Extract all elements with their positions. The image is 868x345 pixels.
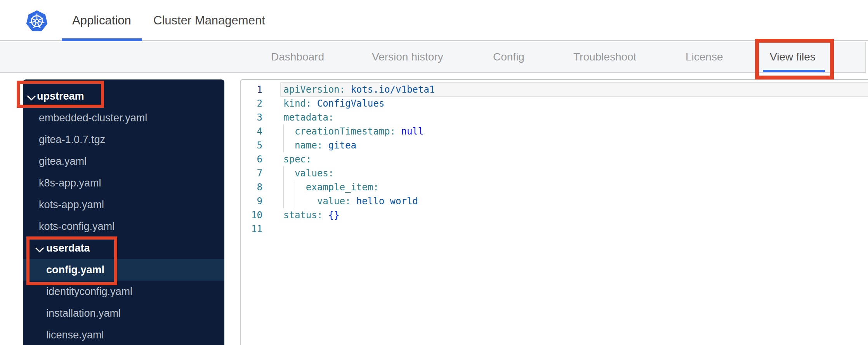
code-token: example_item:: [306, 182, 379, 193]
tab-troubleshoot[interactable]: Troubleshoot: [573, 42, 636, 72]
code-token: [396, 126, 401, 137]
tree-folder-upstream-label: upstream: [37, 90, 84, 102]
tab-config[interactable]: Config: [493, 42, 524, 72]
tree-folder-upstream[interactable]: upstream: [23, 85, 224, 107]
tree-file-label: gitea-1.0.7.tgz: [39, 134, 105, 146]
code-line-2: 2kind: ConfigValues: [241, 97, 868, 110]
line-number: 5: [241, 138, 262, 152]
code-line-9: 9 value: hello world: [241, 194, 868, 208]
code-text: apiVersion: kots.io/v1beta1: [262, 84, 435, 95]
tab-version-history[interactable]: Version history: [372, 42, 443, 72]
line-number: 1: [241, 83, 262, 97]
nav-tab-cluster-management-label: Cluster Management: [153, 14, 265, 28]
tab-dashboard-label: Dashboard: [271, 51, 324, 63]
line-number: 4: [241, 124, 262, 138]
tree-file-label: gitea.yaml: [39, 155, 87, 167]
code-text: status: {}: [262, 210, 340, 221]
tab-version-history-label: Version history: [372, 51, 443, 63]
tree-file-kots-config-yaml[interactable]: kots-config.yaml: [23, 216, 224, 237]
code-token: values:: [295, 168, 334, 179]
code-token: apiVersion:: [283, 84, 345, 95]
code-text: creationTimestamp: null: [262, 126, 424, 137]
nav-tab-application-label: Application: [72, 14, 131, 28]
tab-config-label: Config: [493, 51, 524, 63]
tree-file-label: kots-config.yaml: [39, 221, 115, 233]
tree-folder-userdata[interactable]: userdata: [23, 237, 224, 259]
tab-license-label: License: [686, 51, 723, 63]
code-line-10: 10status: {}: [241, 208, 868, 222]
kubernetes-logo-icon: [26, 10, 48, 32]
tree-file-config-yaml[interactable]: config.yaml: [23, 259, 224, 281]
code-token: [283, 182, 306, 193]
tab-license[interactable]: License: [686, 42, 723, 72]
tree-file-gitea-yaml[interactable]: gitea.yaml: [23, 150, 224, 172]
code-line-7: 7 values:: [241, 166, 868, 180]
code-token: hello world: [356, 196, 418, 207]
code-token: {}: [328, 210, 340, 221]
file-tree-sidebar: upstream embedded-cluster.yaml gitea-1.0…: [23, 79, 224, 345]
line-number: 8: [241, 180, 262, 194]
nav-tab-application[interactable]: Application: [72, 0, 131, 41]
tree-file-license-yaml[interactable]: license.yaml: [23, 324, 224, 345]
tree-file-label: kots-app.yaml: [39, 199, 104, 211]
code-line-11: 11: [241, 222, 868, 236]
code-text: example_item:: [262, 182, 379, 193]
code-token: [283, 196, 317, 207]
view-files-active-underline: [763, 70, 825, 72]
line-number: 10: [241, 208, 262, 222]
tree-file-k8s-app-yaml[interactable]: k8s-app.yaml: [23, 172, 224, 194]
code-line-1: 1apiVersion: kots.io/v1beta1: [241, 83, 868, 97]
code-token: [283, 168, 295, 179]
code-token: [345, 84, 351, 95]
tree-file-label: license.yaml: [46, 329, 104, 341]
line-number: 11: [241, 222, 262, 236]
top-nav: Application Cluster Management: [0, 0, 868, 41]
tree-folder-userdata-label: userdata: [46, 242, 90, 254]
code-token: ConfigValues: [317, 98, 384, 109]
code-token: gitea: [328, 140, 356, 151]
code-token: status:: [283, 210, 323, 221]
tab-view-files[interactable]: View files: [770, 42, 816, 72]
code-token: kind:: [283, 98, 311, 109]
code-text: kind: ConfigValues: [262, 98, 384, 109]
code-token: [351, 196, 356, 207]
code-text: name: gitea: [262, 140, 356, 151]
file-content-editor[interactable]: 1apiVersion: kots.io/v1beta12kind: Confi…: [240, 79, 868, 345]
tree-file-gitea-1-0-7-tgz[interactable]: gitea-1.0.7.tgz: [23, 129, 224, 150]
line-number: 2: [241, 97, 262, 110]
code-token: value:: [317, 196, 351, 207]
tree-file-kots-app-yaml[interactable]: kots-app.yaml: [23, 194, 224, 216]
nav-tab-cluster-management[interactable]: Cluster Management: [153, 0, 265, 41]
tree-file-identityconfig-yaml[interactable]: identityconfig.yaml: [23, 281, 224, 302]
code-token: name:: [295, 140, 323, 151]
line-number: 3: [241, 110, 262, 124]
tree-file-embedded-cluster-yaml[interactable]: embedded-cluster.yaml: [23, 107, 224, 129]
tab-view-files-label: View files: [770, 51, 816, 63]
code-token: spec:: [283, 154, 311, 165]
tree-file-installation-yaml[interactable]: installation.yaml: [23, 302, 224, 324]
app-subnav: Dashboard Version history Config Trouble…: [0, 42, 866, 73]
code-token: null: [401, 126, 424, 137]
code-token: [311, 98, 317, 109]
tree-file-label: config.yaml: [46, 264, 104, 276]
code-token: [283, 126, 295, 137]
code-line-5: 5 name: gitea: [241, 138, 868, 152]
code-token: [283, 140, 295, 151]
tree-file-label: k8s-app.yaml: [39, 177, 101, 189]
tab-dashboard[interactable]: Dashboard: [271, 42, 324, 72]
line-number: 7: [241, 166, 262, 180]
code-text: values:: [262, 168, 334, 179]
line-number: 9: [241, 194, 262, 208]
code-token: [323, 140, 328, 151]
tree-file-label: embedded-cluster.yaml: [39, 112, 147, 124]
code-line-8: 8 example_item:: [241, 180, 868, 194]
active-tab-underline: [62, 38, 142, 41]
code-token: metadata:: [283, 112, 334, 123]
code-lines: 1apiVersion: kots.io/v1beta12kind: Confi…: [241, 83, 868, 236]
code-text: metadata:: [262, 112, 334, 123]
code-token: kots.io/v1beta1: [351, 84, 435, 95]
code-line-4: 4 creationTimestamp: null: [241, 124, 868, 138]
code-line-3: 3metadata:: [241, 110, 868, 124]
code-token: creationTimestamp:: [295, 126, 396, 137]
chevron-down-icon: [35, 244, 44, 253]
